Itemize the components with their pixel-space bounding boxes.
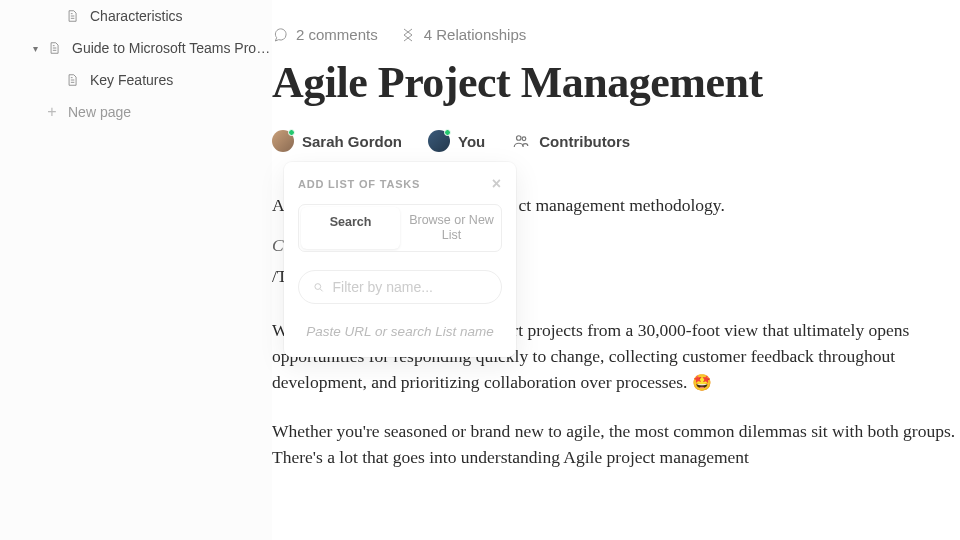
popover-hint: Paste URL or search List name — [298, 324, 502, 339]
sidebar-item-guide[interactable]: ▾ Guide to Microsoft Teams Project… — [0, 32, 272, 64]
svg-point-0 — [517, 136, 522, 141]
main-content: 2 comments 4 Relationships Agile Project… — [272, 0, 960, 540]
group-icon — [511, 131, 531, 151]
filter-field[interactable] — [298, 270, 502, 304]
you-label: You — [458, 133, 485, 150]
sidebar-item-label: Guide to Microsoft Teams Project… — [72, 40, 272, 56]
chevron-down-icon: ▾ — [28, 43, 42, 54]
page-title: Agile Project Management — [272, 57, 960, 108]
relationships-icon — [400, 27, 416, 43]
body-para-2: Whether you're seasoned or brand new to … — [272, 418, 960, 471]
document-icon — [46, 40, 62, 56]
sidebar-item-label: Characteristics — [90, 8, 183, 24]
svg-point-1 — [522, 137, 526, 141]
people-row: Sarah Gordon You Contributors — [272, 130, 960, 152]
tab-search[interactable]: Search — [301, 207, 400, 249]
avatar — [272, 130, 294, 152]
comments-link[interactable]: 2 comments — [272, 26, 378, 43]
filter-input[interactable] — [333, 279, 487, 295]
avatar — [428, 130, 450, 152]
sidebar-item-characteristics[interactable]: Characteristics — [0, 0, 272, 32]
meta-row: 2 comments 4 Relationships — [272, 26, 960, 43]
author-chip[interactable]: Sarah Gordon — [272, 130, 402, 152]
add-list-popover: ADD LIST OF TASKS × Search Browse or New… — [284, 162, 516, 357]
sidebar-item-key-features[interactable]: Key Features — [0, 64, 272, 96]
sidebar-item-label: New page — [68, 104, 131, 120]
search-icon — [313, 281, 325, 294]
relationships-link[interactable]: 4 Relationships — [400, 26, 527, 43]
tab-browse-new[interactable]: Browse or New List — [402, 205, 501, 251]
comments-label: 2 comments — [296, 26, 378, 43]
relationships-label: 4 Relationships — [424, 26, 527, 43]
popover-tabs: Search Browse or New List — [298, 204, 502, 252]
you-chip[interactable]: You — [428, 130, 485, 152]
document-icon — [64, 8, 80, 24]
document-icon — [64, 72, 80, 88]
plus-icon: + — [44, 104, 60, 120]
close-icon[interactable]: × — [492, 176, 502, 192]
contributors-chip[interactable]: Contributors — [511, 131, 630, 151]
svg-point-2 — [315, 283, 321, 289]
comment-icon — [272, 27, 288, 43]
star-struck-emoji: 🤩 — [692, 374, 712, 391]
sidebar: Characteristics ▾ Guide to Microsoft Tea… — [0, 0, 272, 540]
popover-heading: ADD LIST OF TASKS — [298, 178, 420, 190]
sidebar-new-page[interactable]: + New page — [0, 96, 272, 128]
author-name: Sarah Gordon — [302, 133, 402, 150]
sidebar-item-label: Key Features — [90, 72, 173, 88]
contributors-label: Contributors — [539, 133, 630, 150]
